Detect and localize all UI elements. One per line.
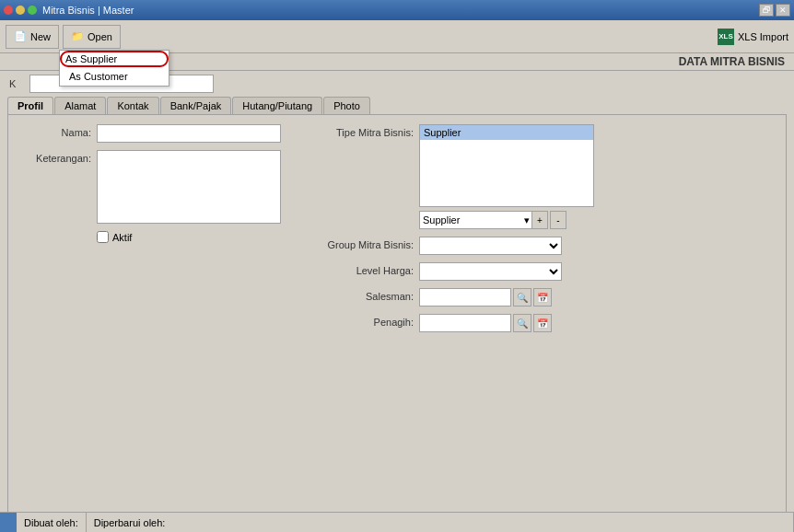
tipe-section: Supplier Supplier ▾ + - [419,124,594,229]
main-content: K Profil Alamat Kontak Bank/Pajak Hutang… [0,71,794,532]
penagih-input[interactable] [419,314,511,332]
data-header-label: DATA MITRA BISNIS [679,55,785,68]
add-tipe-btn[interactable]: + [531,211,548,229]
content-area: Nama: Keterangan: Aktif [7,114,787,525]
as-supplier-item[interactable]: As Supplier [60,51,169,67]
tipe-supplier-item[interactable]: Supplier [420,125,593,140]
keterangan-row: Keterangan: [18,150,294,224]
group-select[interactable] [419,237,562,255]
penagih-calendar-icon: 📅 [537,318,548,329]
nama-input[interactable] [97,124,281,143]
tipe-supplier-label: Supplier [424,127,461,138]
close-btn[interactable]: ✕ [776,4,790,17]
penagih-search-icon: 🔍 [517,318,528,329]
aktif-label: Aktif [112,232,132,243]
file-icon: 📄 [14,30,27,42]
dibuat-label: Dibuat oleh: [24,517,78,528]
open-dropdown-menu: As Supplier As Customer [59,50,169,87]
salesman-calendar-btn[interactable]: 📅 [533,288,552,306]
tipe-label: Tipe Mitra Bisnis: [312,124,414,138]
new-label: New [30,31,51,42]
diperbarui-segment: Diperbarui oleh: [87,513,794,532]
salesman-input[interactable] [419,288,511,306]
tab-photo[interactable]: Photo [323,97,370,114]
circle-green [28,6,37,15]
title-bar-icons [4,6,37,15]
circle-red [4,6,13,15]
xls-label: XLS Import [738,31,788,42]
xls-icon: XLS [718,29,734,45]
group-row: Group Mitra Bisnis: [312,237,776,255]
title-bar-text: Mitra Bisnis | Master [42,5,134,16]
toolbar: 📄 New 📁 Open As Supplier As Customer XLS [0,20,794,53]
tabs-container: Profil Alamat Kontak Bank/Pajak Hutang/P… [0,97,794,114]
penagih-label: Penagih: [312,314,414,328]
salesman-input-group: 🔍 📅 [419,288,552,306]
as-supplier-label: As Supplier [65,53,117,64]
level-select[interactable] [419,262,562,281]
remove-tipe-btn[interactable]: - [550,211,566,229]
form-left: Nama: Keterangan: Aktif [18,124,294,340]
open-dropdown-container: 📁 Open As Supplier As Customer [59,25,121,49]
aktif-row: Aktif [97,231,294,243]
main-window: Mitra Bisnis | Master 🗗 ✕ 📄 New 📁 Open A… [0,0,794,532]
penagih-input-group: 🔍 📅 [419,314,552,332]
salesman-row: Salesman: 🔍 📅 [312,288,776,306]
tab-profil[interactable]: Profil [7,97,53,114]
tab-hutang-piutang[interactable]: Hutang/Piutang [232,97,322,114]
new-button[interactable]: 📄 New [6,25,59,49]
aktif-checkbox[interactable] [97,231,109,243]
tab-alamat[interactable]: Alamat [54,97,106,114]
circle-yellow [16,6,25,15]
title-bar: Mitra Bisnis | Master 🗗 ✕ [0,0,794,20]
as-customer-label: As Customer [69,71,128,82]
status-bar: Dibuat oleh: Diperbarui oleh: [0,512,794,532]
tipe-row: Tipe Mitra Bisnis: Supplier Supplier [312,124,776,229]
nama-label: Nama: [18,124,91,138]
kode-label: K [9,78,26,89]
restore-btn[interactable]: 🗗 [759,4,774,17]
status-blue-indicator [0,513,17,532]
xls-import-button[interactable]: XLS XLS Import [718,29,788,45]
tab-kontak[interactable]: Kontak [107,97,158,114]
penagih-search-btn[interactable]: 🔍 [513,314,531,332]
supplier-select[interactable]: Supplier [419,211,539,229]
salesman-calendar-icon: 📅 [537,293,548,303]
keterangan-label: Keterangan: [18,150,91,164]
salesman-search-icon: 🔍 [517,293,528,303]
form-body: Nama: Keterangan: Aktif [18,124,776,340]
level-label: Level Harga: [312,262,414,276]
tipe-list: Supplier [419,124,594,207]
penagih-calendar-btn[interactable]: 📅 [533,314,552,332]
salesman-search-btn[interactable]: 🔍 [513,288,531,306]
group-label: Group Mitra Bisnis: [312,237,414,250]
dibuat-segment: Dibuat oleh: [17,513,87,532]
salesman-label: Salesman: [312,288,414,302]
group-select-wrapper [419,237,562,255]
keterangan-input[interactable] [97,150,281,224]
tab-bank-pajak[interactable]: Bank/Pajak [160,97,232,114]
folder-icon: 📁 [71,30,84,42]
as-customer-item[interactable]: As Customer [60,67,169,86]
open-button[interactable]: 📁 Open [63,25,121,49]
title-bar-buttons: 🗗 ✕ [759,4,790,17]
nama-row: Nama: [18,124,294,143]
open-label: Open [88,31,112,42]
level-select-wrapper [419,262,562,281]
level-row: Level Harga: [312,262,776,281]
diperbarui-label: Diperbarui oleh: [94,517,166,528]
penagih-row: Penagih: 🔍 📅 [312,314,776,332]
supplier-dropdown-row: Supplier ▾ + - [419,211,594,229]
form-right: Tipe Mitra Bisnis: Supplier Supplier [312,124,776,340]
